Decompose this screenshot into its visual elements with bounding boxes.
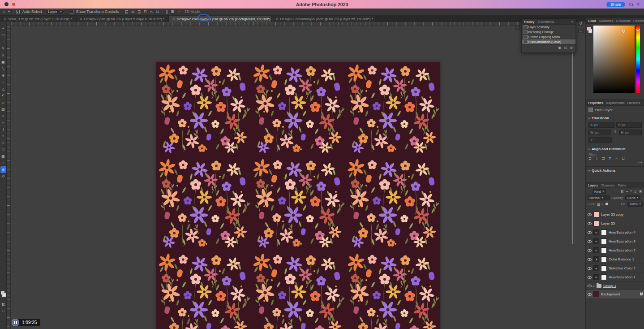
delete-state-icon[interactable]: ⊗ [570,46,573,50]
layer-group-row[interactable]: ▸ Group 1 [586,282,644,290]
vertical-ruler[interactable] [7,26,11,329]
distribute-icons[interactable]: ∥ ≣ [166,9,175,14]
horizontal-ruler[interactable] [7,22,573,26]
hue-slider-cursor[interactable] [636,29,640,30]
y-field[interactable]: Y:px [616,122,642,128]
adjustment-layer-icon[interactable]: ◐ [593,238,599,244]
angle-field[interactable]: ∠ [588,137,612,143]
tool-clone-stamp-icon[interactable]: △ [0,86,6,92]
tool-path-selection-icon[interactable]: ▷ [0,139,6,146]
layer-mask-thumbnail[interactable] [601,247,607,253]
more-align-icon[interactable]: ⋯ [638,160,642,164]
home-icon[interactable]: ⌂ [3,9,5,14]
tool-shape-icon[interactable]: □ [0,146,6,153]
layer-mask-thumbnail[interactable] [601,274,607,280]
close-icon[interactable]: × [276,17,278,21]
search-icon[interactable] [629,3,633,6]
tab-comments[interactable]: Comments [538,20,554,24]
more-options-icon[interactable]: ⋯ [178,9,182,14]
control-center-icon[interactable]: ≡ [637,2,640,7]
tool-blur-icon[interactable]: ○ [0,113,6,119]
tool-artboard-icon[interactable]: ▦ [0,153,6,160]
fill-dropdown[interactable]: 100% ▾ [627,202,643,207]
tab-scan-3[interactable]: × Scan_3.tif @ 66.7% (Layer 2, RGB/8#) * [0,16,76,22]
share-button[interactable]: Share [606,2,625,7]
layer-row-background[interactable]: Background [586,290,644,299]
chevron-right-icon[interactable]: ▸ [593,284,595,287]
layer-row[interactable]: ◐ Hue/Saturation 3 [586,237,644,246]
visibility-eye-icon[interactable] [588,267,592,270]
adjustment-layer-icon[interactable]: ◑ [593,256,599,262]
dock-history-icon[interactable]: ↺ [578,21,584,26]
layer-mask-thumbnail[interactable] [601,265,607,271]
layer-row[interactable]: ◒ Selective Color 1 [586,264,644,273]
layer-mask-thumbnail[interactable] [601,229,607,235]
close-icon[interactable]: × [80,17,82,21]
transform-section-header[interactable]: ▾ Transform [586,116,644,120]
tab-patterns[interactable]: Patterns [633,19,644,23]
tab-design-2-colourway-5[interactable]: × Design-2 colourway-5.psdc @ 66.7% (Lay… [272,16,375,22]
history-state-selected[interactable]: Hue/Saturation (Save) [522,39,575,44]
tab-swatches[interactable]: Swatches [599,19,614,23]
adjustment-layer-icon[interactable]: ◐ [593,229,599,235]
tool-frame-icon[interactable]: ▣ [0,59,6,65]
canvas-scrollbar[interactable] [572,26,573,244]
auto-select-checkbox[interactable]: ✓ [16,10,20,13]
dock-comments-icon[interactable]: … [578,28,584,33]
tool-crop-icon[interactable]: # [0,52,6,59]
visibility-eye-icon[interactable] [588,276,592,279]
lock-all-icon[interactable] [605,203,608,205]
layer-row[interactable]: Layer 55 copy [586,210,644,219]
history-state[interactable]: Layer Visibility [522,25,575,30]
tool-history-brush-icon[interactable]: ↶ [0,92,6,99]
visibility-eye-icon[interactable] [588,222,592,225]
new-snapshot-icon[interactable]: ⊡ [564,46,567,50]
tab-history[interactable]: History [524,20,534,24]
tool-gradient-icon[interactable]: ▨ [0,106,6,113]
history-state[interactable]: Create Clipping Mask [522,35,575,39]
history-state[interactable]: Blending Change [522,30,575,35]
tool-rotate-view-icon[interactable]: ↺ [0,173,6,180]
tool-brush-icon[interactable]: ~ [0,79,6,86]
comment-indicator-icon[interactable]: … [515,25,520,30]
opacity-dropdown[interactable]: 100% ▾ [625,195,640,200]
tab-properties[interactable]: Properties [588,101,603,105]
tool-zoom-icon[interactable]: ⊙ [0,166,6,173]
tool-type-icon[interactable]: T [0,133,6,139]
tab-design-2[interactable]: × Design-2.psd @ 66.7% (Layer 5 copy 6, … [77,16,169,22]
canvas-area[interactable] [7,22,585,329]
layer-thumbnail[interactable] [593,291,599,297]
align-section-header[interactable]: ▾ Align and Distribute [586,147,644,151]
tab-paths[interactable]: Paths [618,183,626,187]
visibility-eye-icon[interactable] [588,285,592,287]
tool-lasso-icon[interactable]: ∽ [0,39,6,45]
hue-slider[interactable] [636,26,640,93]
close-icon[interactable]: × [172,17,175,21]
color-picker-cursor[interactable] [622,30,625,33]
tool-eraser-icon[interactable]: ▱ [0,99,6,106]
tab-color[interactable]: Color [588,19,596,23]
collapse-panel-icon[interactable]: » [571,20,573,24]
visibility-eye-icon[interactable] [588,249,592,252]
document-canvas[interactable] [156,62,440,329]
adjustment-layer-icon[interactable]: ◒ [593,265,599,271]
layer-row[interactable]: ◐ Hue/Saturation 4 [586,228,644,237]
tab-gradients[interactable]: Gradients [616,19,631,23]
tool-eyedropper-icon[interactable]: ╲ [0,65,6,72]
tab-layers[interactable]: Layers [588,183,598,187]
layer-mask-thumbnail[interactable] [601,238,607,244]
new-document-from-state-icon[interactable]: ▣ [558,46,562,50]
close-icon[interactable]: × [4,17,6,21]
color-picker-field[interactable] [593,26,635,93]
link-dimensions-icon[interactable]: § [613,130,618,135]
filter-kind-dropdown[interactable]: Kind ▾ [592,189,606,194]
foreground-color-swatch[interactable] [587,27,591,30]
show-transform-checkbox[interactable] [70,10,73,13]
lock-option-icons[interactable]: ▨ + [597,202,603,206]
adjustment-layer-icon[interactable]: ◐ [593,274,599,280]
x-field[interactable]: X:px [588,122,614,128]
width-field[interactable]: W:px [588,130,611,135]
visibility-eye-icon[interactable] [588,258,592,261]
blend-mode-dropdown[interactable]: Normal ▾ [588,195,610,200]
visibility-eye-icon[interactable] [588,240,592,243]
